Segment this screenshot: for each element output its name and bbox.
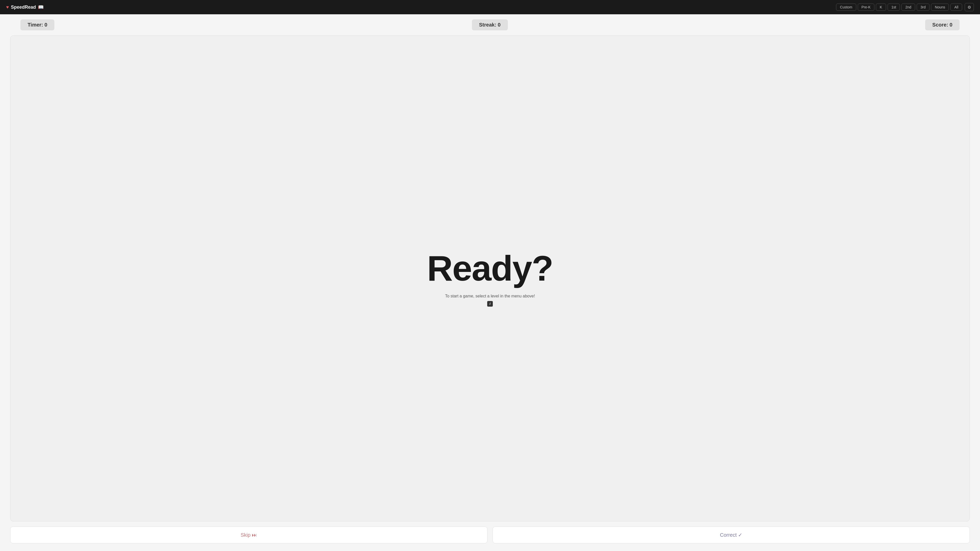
nav-btn-custom[interactable]: Custom bbox=[836, 3, 856, 11]
heart-icon: ♥ bbox=[6, 5, 9, 10]
brand: ♥ SpeedRead 📖 bbox=[6, 4, 44, 10]
streak-badge: Streak: 0 bbox=[472, 19, 508, 30]
game-area: Ready? To start a game, select a level i… bbox=[10, 35, 970, 521]
stats-row: Timer: 0 Streak: 0 Score: 0 bbox=[0, 14, 980, 35]
nav-btn-nouns[interactable]: Nouns bbox=[931, 3, 949, 11]
timer-badge: Timer: 0 bbox=[21, 19, 54, 30]
nav-btn-3rd[interactable]: 3rd bbox=[917, 3, 929, 11]
action-row: Skip ⏭ Correct ✓ bbox=[0, 527, 980, 551]
nav-btn-k[interactable]: K bbox=[876, 3, 886, 11]
nav-btn-all[interactable]: All bbox=[950, 3, 962, 11]
correct-button[interactable]: Correct ✓ bbox=[493, 527, 970, 543]
book-icon: 📖 bbox=[38, 4, 44, 10]
nav-btn-1st[interactable]: 1st bbox=[888, 3, 900, 11]
nav-buttons: CustomPre-KK1st2nd3rdNounsAll⚙ bbox=[836, 3, 974, 11]
main-display-text: Ready? bbox=[427, 251, 553, 286]
navbar: ♥ SpeedRead 📖 CustomPre-KK1st2nd3rdNouns… bbox=[0, 0, 980, 14]
instruction-text: To start a game, select a level in the m… bbox=[445, 294, 535, 299]
nav-btn-2nd[interactable]: 2nd bbox=[901, 3, 915, 11]
settings-button[interactable]: ⚙ bbox=[965, 3, 974, 11]
info-icon[interactable]: i bbox=[487, 301, 493, 306]
score-badge: Score: 0 bbox=[925, 19, 959, 30]
nav-btn-prek[interactable]: Pre-K bbox=[858, 3, 875, 11]
brand-name: SpeedRead bbox=[11, 5, 36, 10]
skip-button[interactable]: Skip ⏭ bbox=[10, 527, 487, 543]
